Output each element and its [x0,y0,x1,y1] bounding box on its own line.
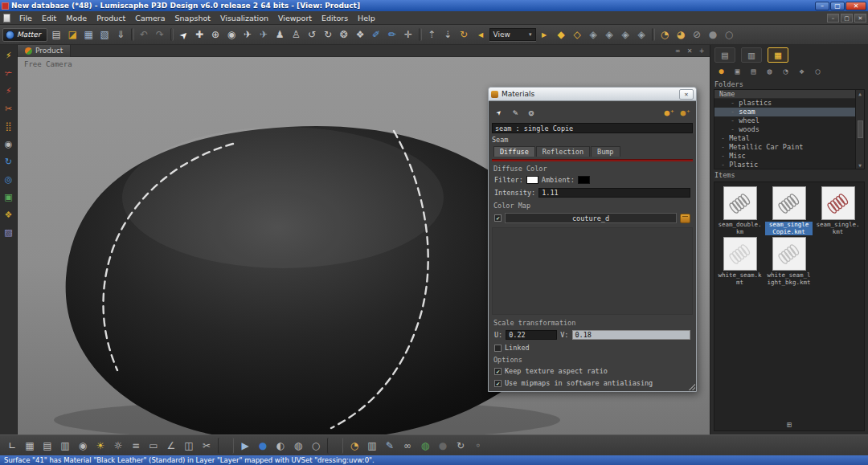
material-item[interactable]: seam_single.kmt [814,186,862,235]
next-view-icon[interactable]: ▶ [537,27,552,43]
menu-snapshot[interactable]: Snapshot [170,12,215,24]
texture-icon[interactable]: ▨ [2,226,16,239]
tab-diffuse[interactable]: Diffuse [493,146,535,157]
grid-view-toggle-icon[interactable]: ⊞ [787,420,792,429]
circle-diamond-icon[interactable]: ◈ [634,27,649,43]
examine-icon[interactable]: ◉ [224,27,240,43]
environment-filter-icon[interactable]: ◔ [779,65,792,77]
circle-diamond-icon[interactable]: ◈ [586,27,601,43]
circle-diamond-icon[interactable]: ◈ [618,27,633,43]
menu-edit[interactable]: Edit [37,12,61,24]
down-toggle-icon[interactable]: ⇣ [440,27,456,43]
menu-help[interactable]: Help [353,12,380,24]
new-material-icon[interactable]: ●⁺ [662,105,677,120]
filter-color-swatch[interactable] [526,176,538,184]
snapshot-grid-icon[interactable]: ▦ [22,438,38,454]
prev-view-icon[interactable]: ◀ [473,27,489,43]
snapshot-page-icon[interactable]: ▤ [39,438,55,454]
zoom-icon[interactable]: ⊕ [208,27,223,43]
tab-bump[interactable]: Bump [591,146,620,157]
u-scale-field[interactable]: 0.22 [506,330,557,340]
add-view-icon[interactable]: + [696,46,707,56]
pliers-icon[interactable]: ✂ [2,102,16,116]
keep-aspect-checkbox[interactable]: ✔ [494,368,502,375]
materials-dialog-titlebar[interactable]: Materials ✕ [489,88,696,101]
menu-mode[interactable]: Mode [61,12,92,24]
brightness-icon[interactable]: ☼ [110,438,126,454]
folder-item-misc[interactable]: Misc [714,152,855,161]
menu-product[interactable]: Product [92,12,130,24]
textures-filter-icon[interactable]: ▣ [731,65,744,77]
sync-orbit-icon[interactable]: ↻ [2,155,16,169]
ruler-icon[interactable]: ▭ [145,438,162,454]
save-all-icon[interactable]: ▧ [97,27,113,43]
scrollbar-thumb[interactable] [858,120,863,138]
refresh-view-icon[interactable]: ↻ [457,27,472,43]
orbit-camera-icon[interactable]: ↺ [305,27,320,43]
constraint-icon[interactable]: ❖ [353,27,368,43]
rotate-icon[interactable]: ↻ [452,438,469,454]
fly-plane-icon[interactable]: ✈ [240,27,256,43]
folder-item-metallic-car-paint[interactable]: Metallic Car Paint [714,143,855,152]
material-item[interactable]: white_seam.kmt [716,237,764,286]
wireframe-icon[interactable]: ◍ [290,438,306,454]
gold-diamond-outline-icon[interactable]: ◇ [570,27,585,43]
folder-item-metal[interactable]: Metal [714,134,855,143]
color-map-checkbox[interactable]: ✔ [494,214,502,222]
tab-reflection[interactable]: Reflection [536,146,590,157]
gold-diamond-icon[interactable]: ◆ [554,27,569,43]
scissors-icon[interactable]: ✂ [199,438,215,454]
animate-icon[interactable]: ▶ [237,438,253,454]
matter-flash-icon[interactable]: ⚡ [2,49,16,63]
path-icon[interactable]: ∞ [399,438,416,454]
shaper-library-tab-icon[interactable]: ▥ [741,47,762,63]
help-icon[interactable]: ◦ [470,438,486,454]
name-column-header[interactable]: Name [714,90,855,99]
camera-icon[interactable]: ◉ [75,438,91,454]
raytracing-icon[interactable]: ◔ [346,438,362,454]
mipmaps-checkbox[interactable]: ✔ [494,380,502,387]
clone-material-icon[interactable]: ●⁺ [678,105,693,120]
materials-filter-icon[interactable]: ● [714,65,728,77]
layers-icon[interactable]: ≡ [128,438,144,454]
library-tab-icon[interactable]: ▤ [714,47,735,63]
menu-viewport[interactable]: Viewport [273,12,317,24]
wire-sphere-icon[interactable]: ○ [722,27,737,43]
mdi-minimize-button[interactable]: – [827,14,839,22]
walk-person-icon[interactable]: ♟ [272,27,288,43]
scroll-down-icon[interactable]: ▼ [858,162,862,168]
folder-item-plastics[interactable]: plastics [714,99,855,108]
axes-icon[interactable]: ∟ [4,438,20,454]
folder-item-woods[interactable]: woods [714,125,855,134]
stand-person-icon[interactable]: ♙ [289,27,304,43]
animation-filter-icon[interactable]: ❖ [795,65,809,77]
shaded-sphere-icon[interactable]: ● [706,27,721,43]
product-filter-icon[interactable]: ○ [811,65,825,77]
open-folder-icon[interactable]: ◪ [65,27,80,43]
select-arrow-icon[interactable]: ➤ [173,24,194,46]
pick-material-icon[interactable]: ➤ [489,102,509,122]
dialog-resize-grip[interactable] [688,383,695,390]
folder-item-wheel[interactable]: wheel [714,116,855,125]
linked-checkbox[interactable] [494,345,502,352]
color-map-dropdown[interactable]: couture_d [505,213,677,223]
dark-sphere-icon[interactable]: ● [435,438,451,454]
geometry-filter-icon[interactable]: ◍ [763,65,776,77]
tab-product[interactable]: Product [18,45,71,57]
angle-icon[interactable]: ∠ [163,438,179,454]
shading-icon[interactable]: ◐ [272,438,289,454]
up-toggle-icon[interactable]: ⇡ [424,27,440,43]
shaper-tool-icon[interactable]: ✃ [2,67,16,80]
snapshot-batch-icon[interactable]: ▥ [57,438,73,454]
drive-plane-icon[interactable]: ✈ [256,27,272,43]
mdi-close-button[interactable]: ✕ [854,14,866,22]
target-icon[interactable]: ◎ [2,173,16,186]
matter-library-tab-icon[interactable]: ▦ [768,47,788,63]
measure-icon[interactable]: ✛ [401,27,416,43]
menu-camera[interactable]: Camera [130,12,170,24]
circle-diamond-icon[interactable]: ◈ [602,27,617,43]
image-icon[interactable]: ▣ [2,190,16,204]
menu-editors[interactable]: Editors [317,12,353,24]
new-file-icon[interactable]: ▤ [49,27,64,43]
palette-icon[interactable]: ❖ [2,208,16,222]
